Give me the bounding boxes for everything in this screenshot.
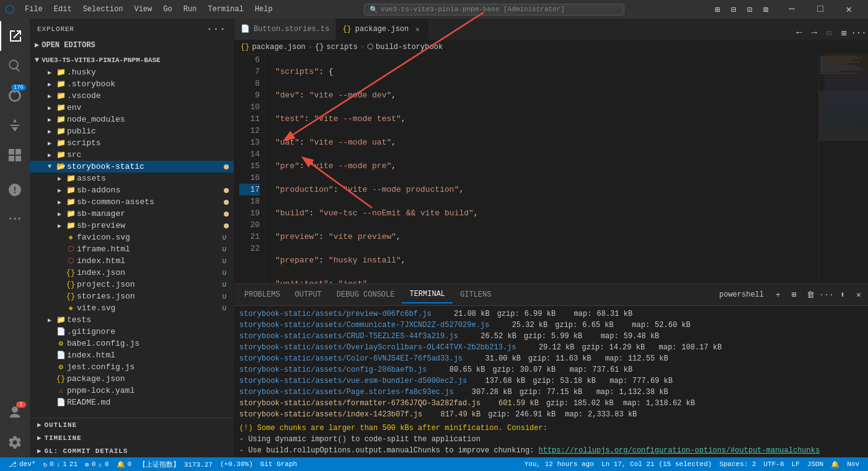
tree-readme[interactable]: ▶ 📄 README.md — [30, 397, 234, 408]
tree-index-html[interactable]: ▶ ⬡ index.html U — [30, 255, 234, 267]
menu-run[interactable]: Run — [179, 4, 202, 15]
tab-debug-console[interactable]: DEBUG CONSOLE — [329, 287, 402, 303]
terminal-add-button[interactable]: + — [771, 288, 785, 302]
timeline-header[interactable]: ▶ TIMELINE — [30, 431, 234, 444]
status-branch[interactable]: ⎇ dev* — [5, 457, 39, 471]
term-link[interactable]: https://rollupjs.org/configuration-optio… — [538, 446, 820, 455]
status-git-graph[interactable]: Git Graph — [257, 457, 301, 471]
sidebar-content[interactable]: ▶ OPEN EDITORS ▼ VUE3-TS-VITE3-PINIA-PNP… — [30, 37, 234, 418]
tab-close-button[interactable]: ✕ — [412, 24, 422, 34]
menu-help[interactable]: Help — [250, 4, 278, 15]
tree-husky[interactable]: ▶ 📁 .husky — [30, 66, 234, 78]
open-editors-header[interactable]: ▶ OPEN EDITORS — [30, 38, 234, 52]
tree-index-html-root[interactable]: ▶ 📄 index.html — [30, 349, 234, 361]
toggle-panel-icon[interactable]: ⊟ — [822, 26, 836, 40]
status-index[interactable]: 【上证指数】 3173.27 — [135, 457, 216, 471]
tree-stories-json[interactable]: ▶ {} stories.json U — [30, 290, 234, 302]
tree-iframe-html[interactable]: ▶ ⬡ iframe.html U — [30, 243, 234, 255]
terminal-close-button[interactable]: ✕ — [852, 288, 866, 302]
tree-vite-svg[interactable]: ▶ ◈ vite.svg U — [30, 302, 234, 314]
activity-accounts[interactable]: 1 — [0, 398, 30, 428]
status-notification[interactable]: 🔔 0 — [113, 457, 136, 471]
status-errors[interactable]: ⊗ 0 ⚠ 0 — [81, 457, 112, 471]
status-remote[interactable]: Nov — [843, 457, 863, 471]
terminal-maximize-button[interactable]: ⬆ — [836, 288, 849, 302]
tree-jest-config[interactable]: ▶ ⚙ jest.config.js — [30, 361, 234, 373]
tab-package-json[interactable]: {} package.json ✕ — [336, 19, 429, 40]
tree-env[interactable]: ▶ 📁 env — [30, 102, 234, 114]
terminal-more-button[interactable]: ··· — [820, 288, 833, 302]
tree-vscode[interactable]: ▶ 📁 .vscode — [30, 90, 234, 102]
activity-extensions[interactable] — [0, 140, 30, 170]
activity-debug[interactable] — [0, 110, 30, 140]
tree-storybook-static[interactable]: ▼ 📂 storybook-static — [30, 161, 234, 173]
tree-favicon-svg[interactable]: ▶ ◈ favicon.svg U — [30, 231, 234, 243]
tab-terminal[interactable]: TERMINAL — [402, 286, 453, 303]
tab-gitlens[interactable]: GITLENS — [453, 287, 498, 303]
activity-search[interactable] — [0, 51, 30, 81]
layout-icon-3[interactable]: ⊡ — [743, 2, 756, 16]
status-notifications-bell[interactable]: 🔔 — [827, 457, 843, 471]
tree-tests[interactable]: ▶ 📁 tests — [30, 314, 234, 326]
sidebar-menu-button[interactable]: ··· — [206, 24, 226, 35]
activity-remote[interactable] — [0, 175, 30, 205]
gl-commit-header[interactable]: ▶ GL: COMMIT DETAILS — [30, 444, 234, 457]
bc-file[interactable]: package.json — [252, 43, 305, 52]
tree-sb-addons[interactable]: ▶ 📁 sb-addons — [30, 184, 234, 196]
status-encoding[interactable]: UTF-8 — [760, 457, 788, 471]
tree-sb-manager[interactable]: ▶ 📁 sb-manager — [30, 208, 234, 220]
more-actions-icon[interactable]: ··· — [852, 26, 866, 40]
status-percent[interactable]: (+0.30%) — [216, 457, 257, 471]
status-spaces[interactable]: Spaces: 2 — [715, 457, 760, 471]
terminal-split-button[interactable]: ⊞ — [787, 288, 801, 302]
tab-output[interactable]: OUTPUT — [288, 287, 329, 303]
tab-problems[interactable]: PROBLEMS — [237, 287, 288, 303]
menu-edit[interactable]: Edit — [49, 4, 77, 15]
project-header[interactable]: ▼ VUE3-TS-VITE3-PINIA-PNPM-BASE — [30, 54, 234, 66]
activity-explorer[interactable] — [0, 21, 30, 51]
status-cursor[interactable]: Ln 17, Col 21 (15 selected) — [598, 457, 715, 471]
tab-button-stories[interactable]: 📄 Button.stories.ts — [234, 19, 336, 40]
terminal-kill-button[interactable]: 🗑 — [804, 288, 817, 302]
tree-node-modules[interactable]: ▶ 📁 node_modules — [30, 114, 234, 125]
status-language[interactable]: JSON — [804, 457, 827, 471]
search-input-wrap[interactable]: 🔍 vue3-ts-vite3-pinia-pnpm-base [Adminis… — [364, 4, 624, 16]
menu-terminal[interactable]: Terminal — [203, 4, 249, 15]
outline-header[interactable]: ▶ OUTLINE — [30, 418, 234, 431]
tree-sb-common-assets[interactable]: ▶ 📁 sb-common-assets — [30, 196, 234, 208]
bc-build[interactable]: build-storybook — [376, 43, 443, 52]
layout-icon-2[interactable]: ⊟ — [727, 2, 740, 16]
menu-file[interactable]: File — [20, 4, 48, 15]
status-crlf[interactable]: LF — [788, 457, 804, 471]
code-content[interactable]: "scripts": { "dev": "vite --mode dev", "… — [265, 54, 818, 284]
split-editor-icon[interactable]: ⊞ — [837, 26, 851, 40]
menu-selection[interactable]: Selection — [78, 4, 128, 15]
activity-settings[interactable] — [0, 428, 30, 457]
tree-src[interactable]: ▶ 📁 src — [30, 149, 234, 161]
menu-view[interactable]: View — [129, 4, 157, 15]
status-sync[interactable]: ↻ 0 ↓ 1 21 — [39, 457, 81, 471]
menu-go[interactable]: Go — [158, 4, 177, 15]
activity-git[interactable]: 176 — [0, 81, 30, 110]
minimize-button[interactable]: ─ — [777, 0, 806, 19]
bc-scripts[interactable]: scripts — [326, 43, 357, 52]
close-button[interactable]: ✕ — [835, 0, 863, 19]
terminal-content[interactable]: storybook-static/assets/preview-d06fc6bf… — [234, 306, 868, 457]
go-forward-icon[interactable]: → — [807, 26, 821, 40]
layout-icon-4[interactable]: ⊠ — [759, 2, 773, 16]
status-time[interactable]: You, 12 hours ago — [521, 457, 598, 471]
tree-storybook[interactable]: ▶ 📁 .storybook — [30, 78, 234, 90]
go-back-icon[interactable]: ← — [792, 26, 806, 40]
tree-gitignore[interactable]: ▶ 📄 .gitignore — [30, 326, 234, 338]
layout-icon-1[interactable]: ⊞ — [711, 2, 724, 16]
activity-more[interactable]: ••• — [0, 205, 30, 235]
tree-index-json[interactable]: ▶ {} index.json U — [30, 267, 234, 279]
maximize-button[interactable]: □ — [806, 0, 835, 19]
tree-babel-config[interactable]: ▶ ⚙ babel.config.js — [30, 338, 234, 349]
tree-project-json[interactable]: ▶ {} project.json U — [30, 279, 234, 290]
tree-public[interactable]: ▶ 📁 public — [30, 125, 234, 137]
tree-sb-preview[interactable]: ▶ 📁 sb-preview — [30, 220, 234, 231]
tree-pnpm-lock[interactable]: ▶ ⚠ pnpm-lock.yaml — [30, 385, 234, 397]
tree-package-json[interactable]: ▶ {} package.json — [30, 373, 234, 385]
tree-assets[interactable]: ▶ 📁 assets — [30, 173, 234, 184]
